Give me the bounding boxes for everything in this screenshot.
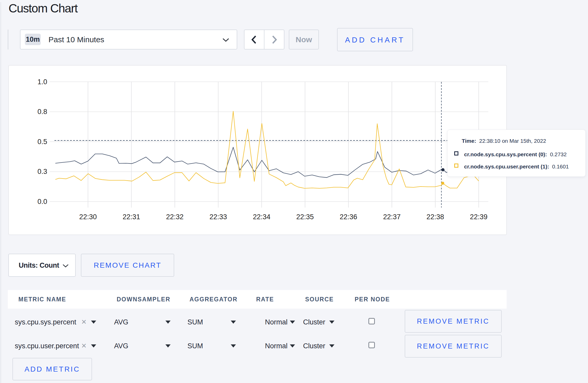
svg-text:0.0: 0.0 (37, 198, 47, 205)
svg-text:22:32: 22:32 (166, 213, 184, 221)
svg-text:0.3: 0.3 (37, 168, 47, 175)
svg-text:22:38: 22:38 (426, 213, 444, 221)
svg-text:22:34: 22:34 (253, 213, 270, 221)
svg-text:0.5: 0.5 (37, 138, 47, 146)
svg-text:1.0: 1.0 (37, 78, 47, 86)
svg-text:22:37: 22:37 (383, 213, 401, 221)
svg-text:0.8: 0.8 (37, 108, 47, 116)
svg-text:22:31: 22:31 (123, 213, 140, 221)
svg-text:22:35: 22:35 (296, 213, 314, 221)
svg-text:22:33: 22:33 (209, 213, 227, 221)
svg-text:22:30: 22:30 (79, 213, 97, 221)
svg-text:22:39: 22:39 (470, 213, 488, 221)
svg-text:22:36: 22:36 (340, 213, 357, 221)
